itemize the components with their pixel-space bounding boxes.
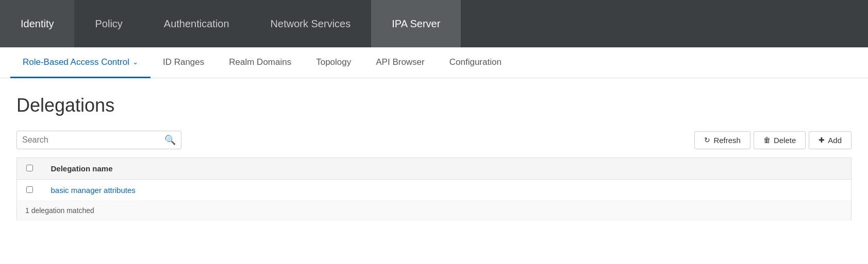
nav-item-ipa-server[interactable]: IPA Server <box>371 0 461 47</box>
nav-item-policy[interactable]: Policy <box>74 0 143 47</box>
toolbar: 🔍 ↻ Refresh 🗑 Delete ✚ Add <box>16 131 852 149</box>
nav-item-policy-label: Policy <box>95 18 122 30</box>
delegations-table: Delegation name basic manager attributes… <box>16 157 852 220</box>
subnav-configuration[interactable]: Configuration <box>437 47 514 78</box>
page-title: Delegations <box>16 95 852 116</box>
refresh-label: Refresh <box>713 136 741 145</box>
subnav-realm-domains-label: Realm Domains <box>229 57 291 67</box>
plus-icon: ✚ <box>819 136 825 144</box>
subnav-realm-domains[interactable]: Realm Domains <box>216 47 304 78</box>
subnav-id-ranges[interactable]: ID Ranges <box>151 47 216 78</box>
subnav-api-browser-label: API Browser <box>376 57 424 67</box>
table-row: basic manager attributes <box>17 180 852 201</box>
nav-item-authentication[interactable]: Authentication <box>143 0 250 47</box>
delete-label: Delete <box>774 136 796 145</box>
add-label: Add <box>828 136 842 145</box>
sub-navigation: Role-Based Access Control ⌄ ID Ranges Re… <box>0 47 868 78</box>
action-buttons: ↻ Refresh 🗑 Delete ✚ Add <box>694 131 852 149</box>
table-header-row: Delegation name <box>17 158 852 180</box>
add-button[interactable]: ✚ Add <box>809 131 852 149</box>
subnav-topology-label: Topology <box>316 57 351 67</box>
subnav-configuration-label: Configuration <box>449 57 502 67</box>
table-footer-text: 1 delegation matched <box>17 201 852 220</box>
subnav-topology[interactable]: Topology <box>304 47 363 78</box>
search-input[interactable] <box>22 135 164 145</box>
refresh-button[interactable]: ↻ Refresh <box>694 131 750 149</box>
nav-item-network-services-label: Network Services <box>271 18 351 30</box>
table-header-check <box>17 158 43 180</box>
nav-item-network-services[interactable]: Network Services <box>250 0 372 47</box>
trash-icon: 🗑 <box>763 136 771 144</box>
subnav-rbac[interactable]: Role-Based Access Control ⌄ <box>10 47 151 78</box>
subnav-api-browser[interactable]: API Browser <box>363 47 437 78</box>
top-navigation: Identity Policy Authentication Network S… <box>0 0 868 47</box>
delegation-name-link[interactable]: basic manager attributes <box>51 186 136 195</box>
delete-button[interactable]: 🗑 Delete <box>754 131 806 149</box>
nav-item-identity[interactable]: Identity <box>0 0 74 47</box>
search-button[interactable]: 🔍 <box>164 134 176 146</box>
subnav-rbac-label: Role-Based Access Control <box>23 57 129 67</box>
row-checkbox[interactable] <box>26 186 33 193</box>
main-content: Delegations 🔍 ↻ Refresh 🗑 Delete ✚ Add <box>0 78 868 233</box>
nav-item-authentication-label: Authentication <box>164 18 229 30</box>
subnav-id-ranges-label: ID Ranges <box>163 57 204 67</box>
refresh-icon: ↻ <box>704 136 710 144</box>
row-delegation-name-cell: basic manager attributes <box>43 180 852 201</box>
select-all-checkbox[interactable] <box>26 165 33 171</box>
nav-item-identity-label: Identity <box>21 18 54 30</box>
table-footer-row: 1 delegation matched <box>17 201 852 220</box>
chevron-down-icon: ⌄ <box>132 58 138 66</box>
nav-item-ipa-server-label: IPA Server <box>392 18 440 30</box>
table-header-delegation-name: Delegation name <box>43 158 852 180</box>
search-box: 🔍 <box>16 131 181 149</box>
row-check-cell <box>17 180 43 201</box>
